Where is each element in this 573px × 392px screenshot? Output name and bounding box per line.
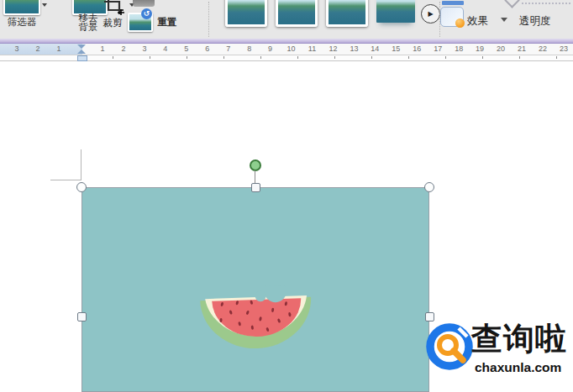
ruler-number: 3 [142, 44, 146, 53]
selection-handle-middle-right[interactable] [425, 312, 434, 321]
ruler-tick [445, 56, 446, 59]
ruler-number: 14 [371, 44, 379, 53]
selection-handle-top-center[interactable] [251, 183, 260, 192]
ruler-number: 8 [247, 44, 251, 53]
ruler-tick [408, 56, 409, 59]
first-line-indent-icon[interactable] [77, 44, 86, 49]
ruler-tick [334, 56, 335, 59]
dotted-divider [522, 3, 570, 4]
watermelon-image [199, 285, 316, 354]
ruler-tick [556, 56, 557, 59]
reset-label: 重置 [155, 16, 180, 29]
reset-undo-arrow-icon: ↺ [141, 8, 152, 19]
crosshair-guide-vertical [81, 149, 81, 180]
ruler-tick [371, 56, 372, 59]
ribbon-group-divider [208, 2, 209, 37]
chaxunla-logo-icon [426, 323, 473, 370]
ruler-number: 18 [455, 44, 463, 53]
filters-label: 筛选器 [0, 16, 44, 29]
ruler-number: 22 [539, 44, 547, 53]
ruler-number: 6 [205, 44, 209, 53]
picture-style-thumbnail[interactable] [326, 0, 368, 27]
crop-icon [103, 0, 126, 15]
ruler-number: 10 [287, 44, 296, 53]
compress-picture-icon[interactable] [133, 0, 155, 7]
effects-dropdown-caret-icon[interactable] [501, 18, 507, 22]
ruler-number: 2 [121, 44, 125, 53]
ruler-number: 1 [100, 44, 104, 53]
ruler-number: 17 [434, 44, 442, 53]
chevron-down-icon [504, 0, 519, 8]
picture-format-ribbon: 筛选器 移去 背景 裁剪 ↺ 重置 ▶ [0, 0, 573, 39]
ruler-tick [260, 56, 261, 59]
horizontal-ruler: 3211234567891011121314151617181920212223 [0, 44, 573, 55]
chaxunla-watermark: 查询啦 chaxunla.com [426, 323, 573, 392]
effects-icon [440, 7, 464, 27]
ruler-number: 20 [497, 44, 505, 53]
ruler-number: 23 [560, 44, 568, 53]
rotation-handle[interactable] [250, 159, 261, 171]
filters-dropdown-caret-icon[interactable] [42, 3, 47, 7]
picture-style-thumbnail[interactable] [276, 0, 318, 27]
filters-thumbnail-icon [3, 0, 40, 15]
ruler-tick [113, 56, 113, 59]
ruler-tick [519, 56, 520, 59]
ruler-number: 21 [518, 44, 526, 53]
crosshair-guide-horizontal [50, 180, 81, 180]
reset-picture-icon: ↺ [128, 13, 153, 32]
powerpoint-picture-format-window: 筛选器 移去 背景 裁剪 ↺ 重置 ▶ [0, 0, 573, 392]
watermark-domain: chaxunla.com [475, 360, 561, 375]
ruler-number: 7 [226, 44, 230, 53]
ruler-tick-strip [0, 55, 573, 61]
ruler-tick [187, 56, 187, 59]
selection-handle-middle-left[interactable] [77, 312, 87, 321]
ruler-number: 12 [329, 44, 337, 53]
ruler-number: 16 [413, 44, 421, 53]
styles-gallery-more-button[interactable]: ▶ [421, 4, 440, 24]
ruler-margin-marker[interactable] [77, 55, 87, 61]
picture-style-thumbnail[interactable] [225, 0, 267, 27]
border-color-swatch-icon[interactable] [442, 1, 464, 5]
selection-handle-top-right[interactable] [424, 182, 434, 192]
crop-label: 裁剪 [94, 17, 131, 29]
picture-style-thumbnail[interactable] [376, 0, 415, 23]
ruler-number: 15 [392, 44, 400, 53]
ruler-number: 5 [184, 44, 188, 53]
ruler-number: 4 [163, 44, 167, 53]
watermark-title: 查询啦 [471, 318, 567, 360]
ruler-tick [297, 56, 298, 59]
ruler-tick [482, 56, 483, 59]
effects-label: 效果 [467, 14, 488, 29]
selection-handle-top-left[interactable] [76, 182, 87, 192]
ruler-number: 3 [14, 44, 18, 53]
picture-styles-gallery [225, 0, 423, 27]
ruler-margin-area [0, 44, 82, 55]
ruler-number: 9 [268, 44, 272, 53]
selected-picture[interactable] [81, 187, 429, 392]
ruler-tick [223, 56, 224, 59]
slide-canvas[interactable]: 查询啦 chaxunla.com [0, 61, 573, 392]
ruler-tick [150, 56, 150, 59]
hanging-indent-icon[interactable] [77, 50, 86, 54]
ruler-number: 1 [56, 44, 60, 53]
ruler-number: 11 [308, 44, 316, 53]
effects-sphere-icon [455, 18, 465, 28]
ruler-number: 2 [35, 44, 39, 53]
transparency-label[interactable]: 透明度 [519, 14, 551, 29]
ruler-number: 19 [476, 44, 484, 53]
ruler-number: 13 [350, 44, 358, 53]
ruler-indent-marker[interactable] [77, 44, 86, 54]
